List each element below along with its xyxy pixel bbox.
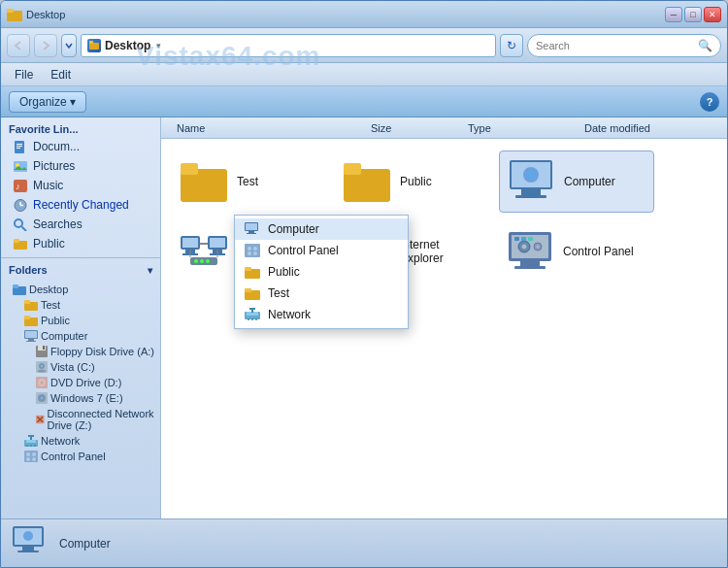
dropdown-item-test[interactable]: Test (235, 283, 408, 304)
svg-rect-117 (249, 308, 255, 310)
tree-item-network[interactable]: Network (1, 433, 160, 449)
recent-pages-button[interactable] (61, 34, 77, 57)
tree-item-vista-c[interactable]: Vista (C:) (1, 359, 160, 375)
maximize-button[interactable]: □ (684, 7, 702, 22)
dropdown-item-control-panel[interactable]: Control Panel (235, 240, 408, 261)
sidebar-label-pictures: Pictures (33, 159, 75, 173)
sidebar-item-recently-changed[interactable]: Recently Changed (1, 195, 160, 215)
sidebar: Favorite Lin... Docum... (1, 117, 161, 518)
dropdown-control-panel-icon (245, 244, 260, 257)
svg-point-53 (26, 452, 30, 456)
recently-changed-icon (13, 198, 28, 212)
svg-rect-8 (14, 161, 27, 172)
svg-rect-60 (344, 163, 361, 175)
tree-item-dvd-d[interactable]: DVD Drive (D:) (1, 375, 160, 390)
dropdown-network-icon (245, 308, 260, 321)
tree-item-floppy[interactable]: Floppy Disk Drive (A:) (1, 344, 160, 359)
dropdown-item-public[interactable]: Public (235, 261, 408, 283)
sidebar-item-pictures[interactable]: Pictures (1, 156, 160, 176)
pictures-svg (14, 160, 27, 173)
svg-rect-46 (26, 440, 36, 443)
dropdown-folder-icon-test (245, 287, 260, 300)
forward-button[interactable] (34, 34, 57, 57)
forward-arrow-icon (40, 40, 51, 51)
svg-point-103 (248, 247, 251, 251)
dropdown-item-computer[interactable]: Computer (235, 218, 408, 240)
svg-rect-96 (521, 237, 526, 241)
disk-tree-icon-e (36, 392, 48, 404)
svg-point-48 (30, 445, 32, 447)
svg-rect-31 (43, 346, 45, 350)
address-dropdown-icon[interactable]: ▾ (156, 41, 161, 50)
control-panel-icon-main (507, 228, 553, 275)
address-bar[interactable]: Desktop ▾ (81, 34, 496, 57)
sidebar-item-music[interactable]: ♪ Music (1, 176, 160, 195)
tree-item-computer[interactable]: Computer (1, 328, 160, 344)
tree-item-win7-e[interactable]: Windows 7 (E:) (1, 390, 160, 406)
sidebar-item-documents[interactable]: Docum... (1, 137, 160, 156)
folders-header[interactable]: Folders ▾ (1, 257, 160, 282)
icon-computer[interactable]: Computer (499, 150, 654, 213)
sidebar-label-documents: Docum... (33, 140, 80, 153)
tree-item-disconnected-z[interactable]: Disconnected Network Drive (Z:) (1, 406, 160, 433)
tree-item-control-panel[interactable]: Control Panel (1, 449, 160, 464)
search-input[interactable] (536, 40, 694, 51)
col-header-name[interactable]: Name (169, 122, 363, 134)
music-icon: ♪ (13, 179, 28, 192)
svg-point-54 (32, 452, 36, 456)
address-folder-icon (87, 39, 101, 52)
svg-text:♪: ♪ (16, 182, 20, 191)
tree-item-public[interactable]: Public (1, 313, 160, 328)
svg-point-35 (41, 365, 43, 367)
desktop-tree-icon (13, 284, 26, 295)
search-icon[interactable]: 🔍 (698, 39, 712, 52)
close-button[interactable]: ✕ (704, 7, 721, 22)
folder-icon-public (344, 161, 390, 202)
public-folder-icon-main (344, 158, 390, 205)
tree-item-test[interactable]: Test (1, 297, 160, 313)
sidebar-label-searches: Searches (33, 217, 83, 231)
dropdown-label-network: Network (268, 308, 311, 321)
sidebar-item-searches[interactable]: Searches (1, 215, 160, 234)
dropdown-label-computer: Computer (268, 222, 319, 236)
window: Desktop ─ □ ✕ (0, 0, 728, 568)
svg-point-56 (32, 457, 36, 461)
menu-edit[interactable]: Edit (43, 66, 79, 84)
music-svg: ♪ (14, 180, 27, 192)
minimize-button[interactable]: ─ (665, 7, 682, 22)
icon-control-panel[interactable]: Control Panel (499, 220, 654, 283)
floppy-tree-icon (36, 346, 48, 357)
tree-label-dvd-d: DVD Drive (D:) (50, 377, 121, 388)
network-disk-tree-icon (36, 414, 45, 425)
svg-rect-99 (246, 223, 257, 230)
network-tree-icon (24, 435, 38, 447)
tree-item-desktop[interactable]: Desktop (1, 282, 160, 297)
search-bar[interactable]: 🔍 (527, 34, 721, 57)
tree-label-disconnected-z: Disconnected Network Drive (Z:) (48, 408, 157, 431)
dropdown-item-network[interactable]: Network (235, 304, 408, 325)
svg-point-114 (251, 318, 253, 320)
icon-public[interactable]: Public (336, 150, 491, 213)
refresh-button[interactable]: ↻ (500, 34, 523, 57)
title-bar-left: Desktop (7, 8, 65, 21)
col-header-date[interactable]: Date modified (577, 122, 719, 134)
icon-test[interactable]: Test (173, 150, 328, 213)
status-computer-svg (13, 526, 48, 557)
sidebar-item-public[interactable]: Public (1, 234, 160, 253)
tree-label-test: Test (41, 299, 60, 311)
organize-button[interactable]: Organize ▾ (9, 91, 86, 113)
help-button[interactable]: ? (700, 92, 719, 112)
sidebar-label-public: Public (33, 237, 65, 251)
folders-chevron-icon: ▾ (148, 265, 152, 276)
col-header-type[interactable]: Type (460, 122, 577, 134)
menu-file[interactable]: File (7, 66, 41, 84)
status-label: Computer (59, 537, 111, 551)
sidebar-label-recently-changed: Recently Changed (33, 198, 129, 212)
toolbar-row: Desktop ▾ ↻ 🔍 (1, 28, 727, 63)
svg-rect-68 (182, 238, 198, 248)
organize-bar: Organize ▾ ? (1, 86, 727, 117)
col-header-size[interactable]: Size (363, 122, 460, 134)
svg-rect-108 (245, 267, 251, 271)
status-computer-icon (13, 526, 48, 561)
back-button[interactable] (7, 34, 30, 57)
